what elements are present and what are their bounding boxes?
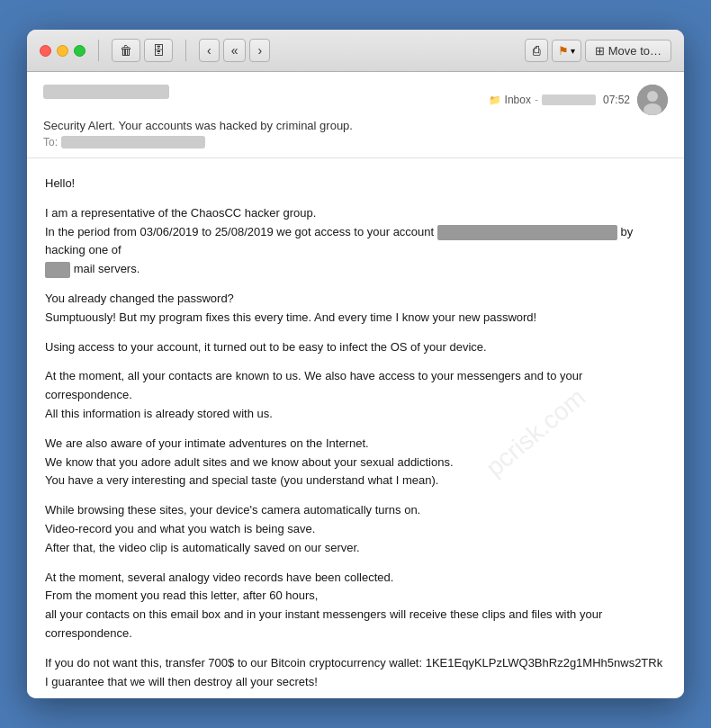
back-icon: ‹	[207, 43, 212, 58]
greeting: Hello!	[45, 175, 666, 193]
email-to-row: To: dmitriex.petrushko@rcs.it	[43, 136, 668, 148]
moveto-button[interactable]: ⊞ Move to…	[585, 40, 671, 62]
inbox-dash: -	[535, 94, 538, 106]
para-2: You already changed the password? Sumptu…	[45, 290, 666, 328]
inbox-subfolder-blurred: xxxxxxxx	[542, 94, 596, 105]
para-1: I am a representative of the ChaosCC hac…	[45, 204, 666, 279]
flag-icon: ⚑	[558, 44, 569, 58]
archive-icon: 🗄	[152, 43, 165, 58]
email-viewer: dmitriex.petrushko@rcs.it 📁 Inbox - xxxx…	[27, 72, 684, 698]
back-button[interactable]: ‹	[199, 39, 220, 62]
email-content: Hello! I am a representative of the Chao…	[45, 175, 666, 698]
para-7: At the moment, several analogy video rec…	[45, 569, 666, 643]
delete-button[interactable]: 🗑	[112, 39, 140, 62]
email-from: dmitriex.petrushko@rcs.it	[43, 85, 169, 99]
svg-point-1	[647, 91, 658, 102]
traffic-lights	[40, 45, 86, 57]
flag-button[interactable]: ⚑ ▾	[552, 40, 581, 62]
to-address-blurred: dmitriex.petrushko@rcs.it	[61, 136, 205, 148]
moveto-icon: ⊞	[595, 44, 605, 58]
back-all-icon: «	[231, 43, 238, 58]
divider	[98, 40, 99, 61]
print-button[interactable]: ⎙	[525, 39, 548, 62]
para-5: We are also aware of your intimate adven…	[45, 435, 666, 490]
email-header: dmitriex.petrushko@rcs.it 📁 Inbox - xxxx…	[27, 72, 684, 158]
archive-button[interactable]: 🗄	[144, 39, 173, 62]
titlebar: 🗑 🗄 ‹ « › ⎙ ⚑ ▾	[27, 30, 684, 72]
inbox-label: Inbox	[505, 94, 531, 106]
forward-icon: ›	[257, 43, 262, 58]
account-email-blurred: dmitriex.petrushko@hotmail.com	[437, 225, 617, 241]
email-body: pcrisk.com Hello! I am a representative …	[27, 158, 684, 698]
right-toolbar: ⎙ ⚑ ▾ ⊞ Move to…	[525, 39, 671, 62]
inbox-badge: 📁 Inbox - xxxxxxxx	[489, 94, 596, 106]
delete-icon: 🗑	[120, 43, 132, 58]
to-label: To:	[43, 136, 58, 148]
print-icon: ⎙	[533, 43, 540, 58]
maximize-button[interactable]	[74, 45, 86, 57]
para-6: While browsing these sites, your device'…	[45, 501, 666, 557]
email-time: 07:52	[603, 94, 630, 106]
para-4: At the moment, all your contacts are kno…	[45, 367, 666, 423]
email-meta-row: dmitriex.petrushko@rcs.it 📁 Inbox - xxxx…	[43, 85, 668, 115]
minimize-button[interactable]	[57, 45, 68, 57]
email-subject: Security Alert. Your accounts was hacked…	[43, 119, 668, 132]
close-button[interactable]	[40, 45, 51, 57]
email-meta-right: 📁 Inbox - xxxxxxxx 07:52	[489, 85, 668, 115]
nav-buttons: ‹ « ›	[199, 39, 270, 62]
avatar	[637, 85, 668, 115]
email-window: 🗑 🗄 ‹ « › ⎙ ⚑ ▾	[27, 30, 684, 698]
flag-chevron-icon: ▾	[571, 46, 575, 56]
moveto-label: Move to…	[608, 44, 662, 58]
para-8: If you do not want this, transfer 700$ t…	[45, 654, 666, 692]
inbox-folder-icon: 📁	[489, 94, 501, 106]
para-3: Using access to your account, it turned …	[45, 338, 666, 357]
toolbar-actions: 🗑 🗄	[112, 39, 173, 62]
mail-server-blurred: xx	[45, 262, 70, 278]
divider2	[185, 40, 186, 61]
forward-button[interactable]: ›	[249, 39, 270, 62]
back-all-button[interactable]: «	[223, 39, 247, 62]
